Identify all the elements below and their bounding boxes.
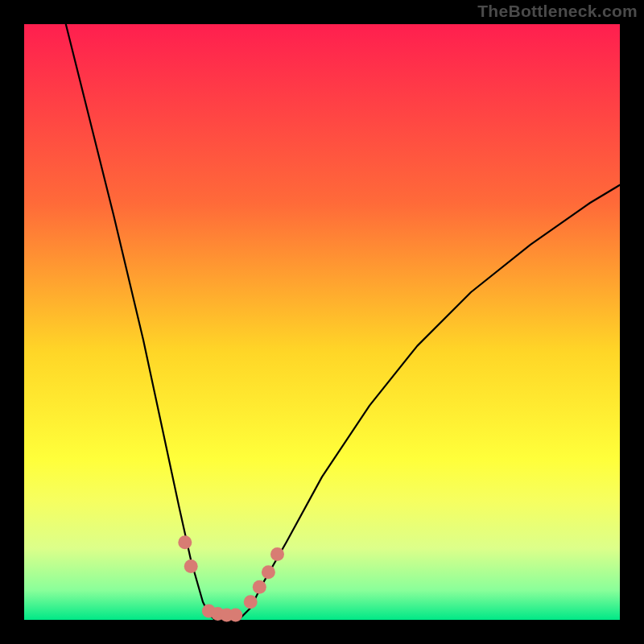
bottleneck-chart	[0, 0, 644, 644]
curve-marker	[244, 595, 258, 609]
curve-marker	[270, 547, 284, 561]
curve-marker	[184, 559, 198, 573]
curve-marker	[262, 565, 275, 579]
plot-background	[24, 24, 620, 620]
curve-marker	[229, 609, 242, 622]
watermark-text: TheBottleneck.com	[477, 2, 638, 21]
curve-marker	[178, 535, 192, 549]
curve-marker	[253, 580, 266, 594]
chart-container: TheBottleneck.com	[0, 0, 644, 644]
